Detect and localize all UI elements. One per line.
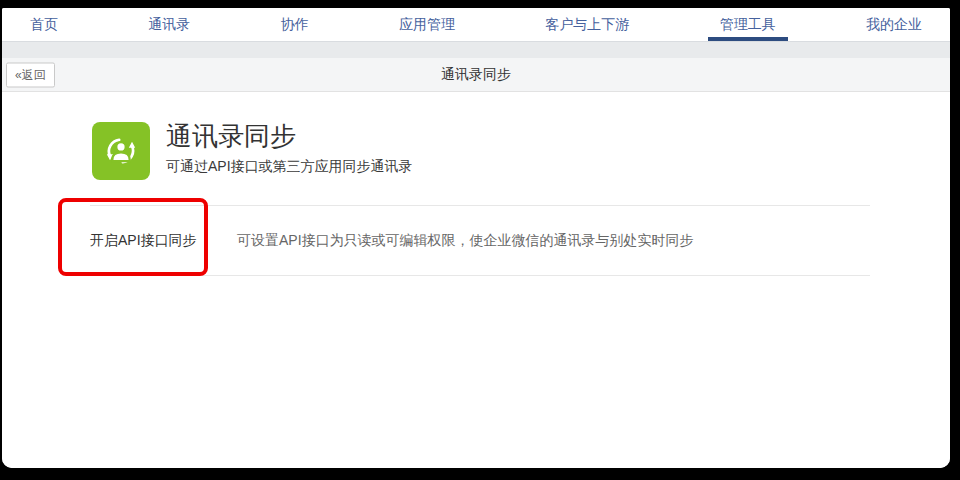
app-window: 首页 通讯录 协作 应用管理 客户与上下游 管理工具 我的企业 «返回 通讯录同… [2,8,950,468]
page-title: 通讯录同步 [2,66,950,84]
app-info: 通讯录同步 可通过API接口或第三方应用同步通讯录 [166,122,413,176]
app-header: 通讯录同步 可通过API接口或第三方应用同步通讯录 [92,122,413,180]
page-toolbar: «返回 通讯录同步 [2,58,950,92]
enable-api-sync-link[interactable]: 开启API接口同步 [90,232,237,250]
app-subtitle: 可通过API接口或第三方应用同步通讯录 [166,158,413,176]
main-content: 通讯录同步 可通过API接口或第三方应用同步通讯录 开启API接口同步 可设置A… [2,92,950,468]
api-sync-row: 开启API接口同步 可设置API接口为只读或可编辑权限，使企业微信的通讯录与别处… [90,206,870,275]
top-nav: 首页 通讯录 协作 应用管理 客户与上下游 管理工具 我的企业 [2,8,950,42]
app-title: 通讯录同步 [166,122,413,152]
divider-bottom [90,275,870,276]
api-sync-description: 可设置API接口为只读或可编辑权限，使企业微信的通讯录与别处实时同步 [237,232,694,250]
nav-item-collaboration[interactable]: 协作 [269,8,321,41]
nav-item-admin-tools[interactable]: 管理工具 [708,8,788,41]
person-sync-icon [92,122,150,180]
nav-item-contacts[interactable]: 通讯录 [136,8,202,41]
nav-item-app-management[interactable]: 应用管理 [387,8,467,41]
nav-item-my-company[interactable]: 我的企业 [854,8,934,41]
spacer-band [2,42,950,58]
nav-item-customers[interactable]: 客户与上下游 [533,8,641,41]
nav-item-home[interactable]: 首页 [18,8,70,41]
